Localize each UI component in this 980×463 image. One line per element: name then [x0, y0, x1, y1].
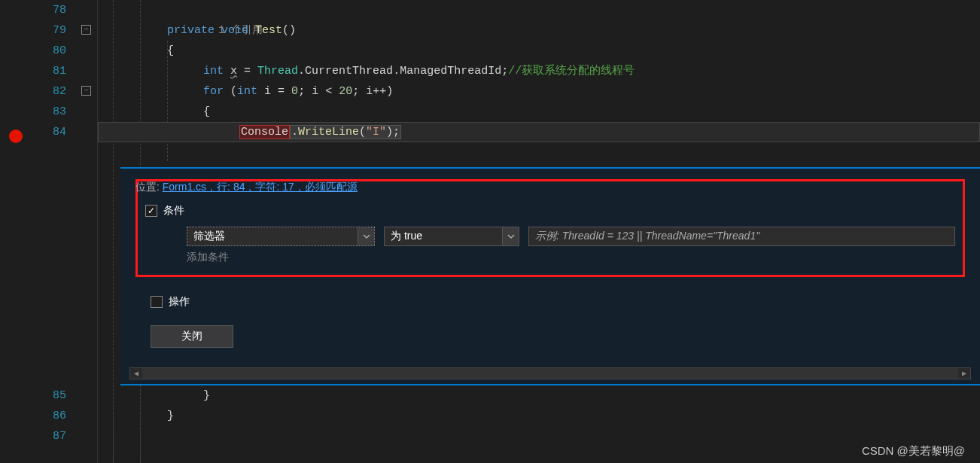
- breakpoint-marker[interactable]: [9, 129, 23, 143]
- code-line[interactable]: Console.WriteLine("I");: [98, 122, 980, 142]
- close-button[interactable]: 关闭: [151, 325, 233, 348]
- chevron-down-icon: [358, 227, 374, 245]
- code-line[interactable]: private void Test(): [98, 20, 980, 41]
- fold-toggle[interactable]: −: [81, 86, 91, 96]
- line-number: 86: [30, 406, 66, 426]
- line-number: 80: [30, 41, 66, 61]
- condition-checkbox[interactable]: ✓: [145, 205, 157, 217]
- line-number: 78: [30, 0, 66, 20]
- chevron-down-icon: [502, 227, 519, 245]
- line-number: 79: [30, 20, 66, 41]
- location-link[interactable]: Form1.cs，行: 84，字符: 17，必须匹配源: [163, 181, 358, 193]
- line-number: 87: [30, 426, 66, 446]
- line-number: 82: [30, 81, 66, 102]
- watermark: CSDN @美若黎明@: [862, 444, 965, 458]
- scroll-left-icon[interactable]: ◀: [130, 368, 142, 379]
- code-line[interactable]: }: [98, 385, 980, 406]
- code-line[interactable]: for (int i = 0; i < 20; i++): [98, 81, 980, 102]
- code-line[interactable]: int x = Thread.CurrentThread.ManagedThre…: [98, 61, 980, 81]
- actions-label: 操作: [169, 295, 190, 309]
- breakpoint-settings-panel: 位置: Form1.cs，行: 84，字符: 17，必须匹配源 ✓ 条件 筛选器…: [120, 167, 980, 385]
- line-number: 84: [30, 122, 66, 142]
- add-condition-link[interactable]: 添加条件: [187, 251, 955, 264]
- condition-type-dropdown[interactable]: 筛选器: [187, 227, 375, 246]
- code-line[interactable]: }: [98, 406, 980, 426]
- code-line[interactable]: {: [98, 41, 980, 61]
- codelens-line[interactable]: 1 个引用: [98, 0, 980, 20]
- line-number: 81: [30, 61, 66, 81]
- actions-checkbox[interactable]: [151, 296, 163, 308]
- fold-toggle[interactable]: −: [81, 25, 91, 35]
- line-number: 83: [30, 102, 66, 122]
- code-line[interactable]: {: [98, 102, 980, 122]
- horizontal-scrollbar[interactable]: ◀ ▶: [129, 367, 971, 379]
- scroll-right-icon[interactable]: ▶: [958, 368, 970, 379]
- line-number: 85: [30, 385, 66, 406]
- code-line[interactable]: [98, 426, 980, 446]
- condition-label: 条件: [163, 204, 184, 218]
- condition-expression-input[interactable]: 示例: ThreadId = 123 || ThreadName="Thread…: [528, 227, 955, 246]
- condition-operator-dropdown[interactable]: 为 true: [384, 227, 519, 246]
